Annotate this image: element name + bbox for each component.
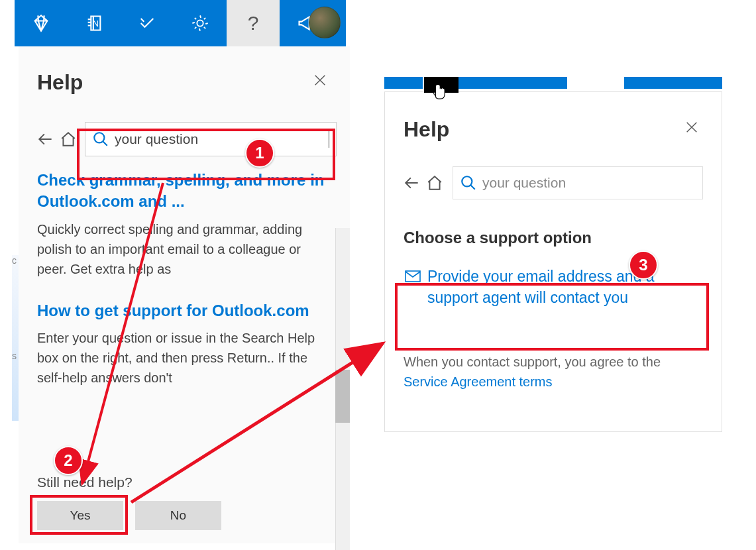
search-input[interactable] [109,131,330,147]
result-item[interactable]: How to get support for Outlook.com Enter… [37,300,331,388]
todo-icon[interactable] [121,0,174,46]
notes-icon[interactable]: N [68,0,121,46]
search-nav-row [19,109,350,163]
support-option-email[interactable]: Provide your email address and a support… [385,259,722,315]
yes-button[interactable]: Yes [37,501,123,530]
support-option-text: Provide your email address and a support… [427,266,699,308]
background-fragment: cs [12,255,19,421]
app-top-bar: N ? [15,0,346,46]
left-help-panel: N ? Help [19,0,350,543]
diamond-icon[interactable] [15,0,68,46]
mail-icon [405,269,421,284]
search-icon [92,131,109,148]
user-avatar[interactable] [309,7,341,38]
search-icon [460,174,477,192]
home-icon[interactable] [426,174,443,192]
help-title: Help [404,117,449,142]
search-box[interactable]: your question [453,166,703,199]
settings-gear-icon[interactable] [174,0,227,46]
back-arrow-icon[interactable] [37,131,54,148]
support-heading: Choose a support option [385,206,722,259]
button-row: Yes No [37,501,331,530]
help-question-icon[interactable]: ? [227,0,280,46]
svg-point-2 [462,176,472,186]
cursor-pointer-icon [429,82,448,103]
back-arrow-icon[interactable] [404,174,421,192]
result-title: How to get support for Outlook.com [37,300,331,321]
results-area: Check grammar, spelling, and more in Out… [19,163,350,448]
search-box[interactable] [85,122,337,156]
terms-prefix: When you contact support, you agree to t… [404,355,661,369]
help-header: Help [19,46,350,109]
svg-text:N: N [93,19,99,28]
result-item[interactable]: Check grammar, spelling, and more in Out… [37,170,331,279]
help-support-panel: Help your question Choose a support opti… [384,91,722,432]
terms-link[interactable]: Service Agreement terms [404,374,553,389]
svg-rect-3 [405,271,420,282]
terms-text: When you contact support, you agree to t… [385,315,722,405]
search-nav-row: your question [385,156,722,206]
right-help-panel: Help your question Choose a support opti… [384,77,722,432]
result-description: Enter your question or issue in the Sear… [37,328,331,388]
help-title: Help [37,70,83,95]
right-topbar-decor [384,77,722,91]
still-need-help-section: Still need help? Yes No [19,474,350,530]
close-icon[interactable] [680,116,703,142]
help-panel: Help Check grammar, spelling, and more i… [19,46,350,543]
still-need-help-label: Still need help? [37,474,331,490]
no-button[interactable]: No [135,501,221,530]
home-icon[interactable] [60,131,77,148]
close-icon[interactable] [309,69,331,95]
search-placeholder: your question [477,175,566,191]
result-description: Quickly correct spelling and grammar, ad… [37,219,331,279]
result-title: Check grammar, spelling, and more in Out… [37,170,331,213]
svg-point-1 [94,133,104,142]
